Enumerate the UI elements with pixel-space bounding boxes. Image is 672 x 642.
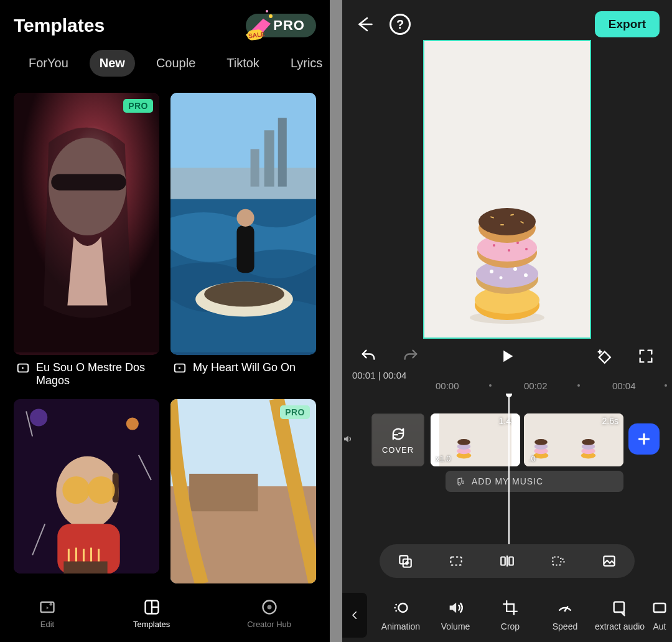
nav-label: Creator Hub — [247, 620, 291, 629]
template-type-icon — [173, 361, 187, 375]
tab-couple[interactable]: Couple — [146, 50, 205, 77]
ruler-tick: 00:00 — [436, 380, 459, 391]
svg-point-66 — [478, 208, 536, 235]
svg-point-62 — [516, 242, 519, 244]
preview-area — [342, 37, 672, 342]
megaphone-sale-icon: SALE — [240, 5, 279, 45]
nav-label: Edit — [40, 620, 54, 629]
nav-creator-hub[interactable]: Creator Hub — [247, 598, 291, 629]
redo-button[interactable] — [402, 347, 419, 365]
help-button[interactable]: ? — [390, 14, 411, 35]
mute-icon[interactable] — [342, 433, 353, 447]
svg-point-23 — [126, 417, 139, 430]
svg-rect-96 — [501, 557, 505, 565]
template-card[interactable] — [14, 399, 159, 583]
cover-clip[interactable]: COVER — [371, 413, 424, 466]
tool-crop[interactable]: Crop — [483, 599, 538, 631]
tool-more[interactable]: Aut — [647, 599, 672, 631]
ruler-dot — [489, 384, 492, 387]
playhead[interactable] — [508, 394, 510, 544]
timeline-ruler[interactable]: 00:00 00:02 00:04 — [342, 380, 672, 394]
svg-rect-12 — [278, 118, 287, 186]
pro-badge: PRO — [123, 99, 153, 113]
export-button[interactable]: Export — [595, 11, 660, 37]
fullscreen-button[interactable] — [637, 347, 655, 365]
svg-point-103 — [564, 609, 566, 611]
svg-point-42 — [49, 603, 52, 606]
preview-content — [467, 181, 548, 324]
add-clip-button[interactable] — [628, 423, 660, 455]
svg-point-55 — [490, 270, 493, 273]
svg-point-101 — [399, 603, 408, 612]
svg-marker-43 — [47, 607, 49, 610]
template-thumbnail — [14, 93, 159, 355]
timeline[interactable]: COVER 1.4s x1.0 — [342, 394, 672, 544]
template-title: Eu Sou O Mestre Dos Magos — [36, 361, 157, 388]
svg-point-88 — [582, 439, 595, 445]
svg-rect-17 — [236, 225, 254, 273]
tool-label: Crop — [501, 621, 520, 631]
tab-lyrics[interactable]: Lyrics — [281, 50, 332, 77]
ruler-dot — [577, 384, 580, 387]
nav-label: Templates — [133, 620, 170, 629]
video-clip[interactable]: 1.4s x1.0 — [431, 413, 520, 466]
editor-pane: ? Export — [342, 0, 672, 642]
mirror-icon[interactable] — [499, 553, 515, 569]
template-card[interactable]: My Heart Will Go On — [170, 93, 316, 388]
tool-speed[interactable]: Speed — [538, 599, 592, 631]
trim-right-icon[interactable] — [550, 553, 566, 569]
image-icon[interactable] — [601, 553, 617, 569]
category-tabs: ForYou New Couple Tiktok Lyrics — [0, 40, 330, 82]
music-note-icon — [454, 476, 464, 486]
templates-title: Templates — [14, 15, 105, 36]
tool-label: Volume — [441, 621, 470, 631]
tool-animation[interactable]: Animation — [373, 599, 428, 631]
pro-badge: PRO — [280, 405, 310, 419]
tool-volume[interactable]: Volume — [428, 599, 483, 631]
svg-point-16 — [204, 281, 284, 306]
tab-tiktok[interactable]: Tiktok — [217, 50, 269, 77]
split-icon[interactable] — [448, 553, 464, 569]
template-card[interactable]: PRO Eu Sou O Mestre Dos Magos — [14, 93, 159, 388]
svg-point-56 — [513, 267, 517, 271]
duplicate-icon[interactable] — [397, 553, 413, 569]
nav-edit[interactable]: Edit — [39, 598, 56, 629]
video-clip[interactable]: 2.6s .0 — [524, 413, 623, 466]
undo-button[interactable] — [360, 347, 377, 365]
svg-point-48 — [267, 605, 271, 610]
ruler-tick: 00:02 — [524, 380, 548, 391]
template-card[interactable]: PRO — [170, 399, 316, 583]
template-type-icon — [16, 361, 30, 375]
tab-new[interactable]: New — [90, 50, 135, 77]
svg-rect-97 — [509, 557, 513, 565]
svg-point-63 — [508, 249, 510, 252]
svg-point-79 — [457, 439, 470, 445]
bottom-nav: Edit Templates Creator Hub — [0, 585, 330, 642]
svg-point-64 — [525, 248, 528, 250]
add-music-track[interactable]: ADD MY MUSIC — [446, 471, 623, 492]
nav-templates[interactable]: Templates — [133, 598, 170, 629]
keyframe-button[interactable] — [595, 347, 612, 365]
svg-rect-99 — [553, 557, 561, 565]
template-grid: PRO Eu Sou O Mestre Dos Magos — [0, 82, 330, 583]
pro-sale-button[interactable]: SALE PRO — [246, 14, 316, 37]
svg-rect-104 — [614, 602, 624, 611]
pane-divider — [330, 0, 342, 642]
svg-rect-95 — [450, 557, 461, 565]
svg-point-0 — [269, 14, 273, 18]
templates-header: Templates SALE PRO — [0, 0, 330, 40]
svg-text:SALE: SALE — [248, 31, 266, 40]
preview-frame[interactable] — [423, 40, 591, 339]
clip-handle-right[interactable] — [511, 413, 520, 466]
add-music-label: ADD MY MUSIC — [472, 476, 543, 486]
editor-header: ? Export — [342, 0, 672, 37]
tab-foryou[interactable]: ForYou — [19, 50, 78, 77]
svg-point-26 — [62, 476, 90, 504]
template-title: My Heart Will Go On — [193, 361, 296, 375]
tool-label: Speed — [553, 621, 577, 631]
tools-collapse-button[interactable] — [342, 593, 367, 638]
tool-extract-audio[interactable]: extract audio — [592, 599, 647, 631]
bottom-tools: Animation Volume Crop Speed extract audi… — [342, 588, 672, 642]
play-button[interactable] — [498, 347, 516, 365]
back-button[interactable] — [355, 15, 373, 34]
